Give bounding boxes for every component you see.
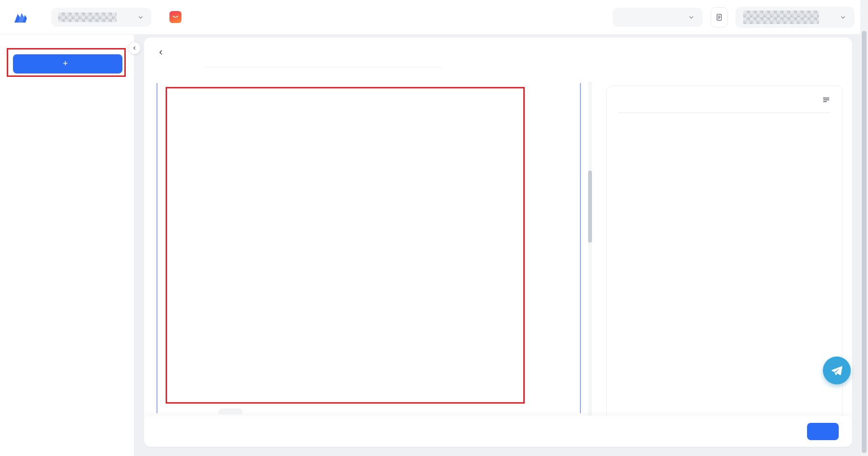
telegram-plane-icon <box>830 364 844 377</box>
form-right-guide-line <box>580 83 581 413</box>
workspace-selector[interactable] <box>51 8 151 27</box>
sidebar-item-subscription[interactable] <box>0 409 134 434</box>
overview-collapse-icon[interactable] <box>822 95 831 104</box>
chevron-left-icon <box>132 45 137 51</box>
main-card <box>144 37 852 447</box>
header-right-cluster <box>613 7 855 28</box>
user-account-selector[interactable] <box>735 7 855 28</box>
user-account-blurred <box>743 11 819 24</box>
create-profile-button[interactable] <box>13 54 122 74</box>
maslogin-logo-icon <box>13 11 28 24</box>
workspace-name-blurred <box>58 12 117 22</box>
profile-overview-header <box>618 86 831 113</box>
app-logo <box>13 11 32 24</box>
docs-button[interactable] <box>711 7 728 27</box>
ok-button[interactable] <box>807 423 839 440</box>
form-left-guide-line <box>157 83 157 413</box>
chevron-down-icon <box>137 13 145 21</box>
app-window <box>0 0 868 456</box>
top-header <box>0 0 868 35</box>
tab-divider <box>205 67 442 67</box>
annotation-red-box-settings <box>166 87 525 404</box>
window-scrollbar-thumb[interactable] <box>862 31 867 453</box>
window-scrollbar <box>860 0 868 456</box>
form-scrollbar <box>588 82 592 423</box>
next-row-partial-control <box>218 408 242 414</box>
promotion-gift-icon <box>169 11 181 23</box>
sidebar <box>0 35 134 456</box>
annotation-red-box-create-profile <box>7 48 126 77</box>
chevron-left-icon <box>157 49 165 56</box>
plus-icon <box>63 60 68 68</box>
chevron-down-icon <box>687 13 695 21</box>
telegram-float-button[interactable] <box>823 357 851 384</box>
promotion-link[interactable] <box>164 11 181 23</box>
form-scrollbar-thumb[interactable] <box>588 171 592 243</box>
footer-bar <box>144 416 852 447</box>
back-to-profiles[interactable] <box>157 37 169 67</box>
sidebar-collapse-button[interactable] <box>128 42 141 54</box>
document-icon <box>715 13 723 22</box>
language-selector[interactable] <box>613 8 703 27</box>
chevron-down-icon <box>839 13 847 21</box>
profile-overview-panel <box>606 86 843 447</box>
